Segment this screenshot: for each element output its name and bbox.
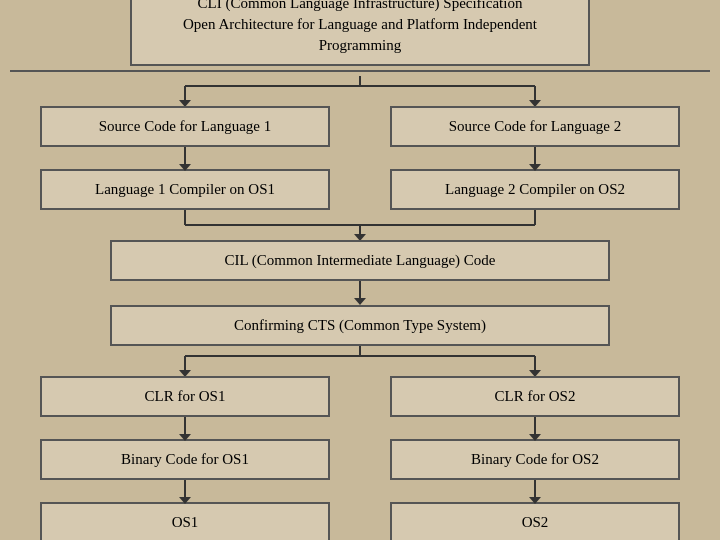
arrow-clr2-to-bin2 bbox=[534, 417, 536, 435]
os-1-box: OS1 bbox=[40, 502, 330, 540]
left-col-binary: Binary Code for OS1 bbox=[30, 439, 340, 480]
cil-section: CIL (Common Intermediate Language) Code bbox=[10, 240, 710, 281]
arrow-cil-to-cts bbox=[359, 281, 361, 299]
svg-marker-4 bbox=[179, 100, 191, 106]
arrow-sc1-to-comp1 bbox=[184, 147, 186, 165]
binary-row: Binary Code for OS1 Binary Code for OS2 bbox=[10, 439, 710, 480]
clr-1-box: CLR for OS1 bbox=[40, 376, 330, 417]
top-divider bbox=[10, 70, 710, 72]
arrow-row-1 bbox=[10, 147, 710, 169]
right-col-os: OS2 bbox=[380, 502, 690, 540]
left-col-clr: CLR for OS1 bbox=[30, 376, 340, 417]
svg-marker-15 bbox=[179, 370, 191, 376]
join-connector-cil bbox=[10, 210, 710, 240]
cts-box: Confirming CTS (Common Type System) bbox=[110, 305, 610, 346]
left-col-os: OS1 bbox=[30, 502, 340, 540]
right-col-source: Source Code for Language 2 bbox=[380, 106, 690, 147]
arrow-row-3 bbox=[10, 480, 710, 502]
header-box: CLI (Common Language Infrastructure) Spe… bbox=[130, 0, 590, 66]
right-col-compiler: Language 2 Compiler on OS2 bbox=[380, 169, 690, 210]
source-code-2-box: Source Code for Language 2 bbox=[390, 106, 680, 147]
header-line2: Open Architecture for Language and Platf… bbox=[146, 14, 574, 56]
svg-marker-5 bbox=[529, 100, 541, 106]
compiler-2-box: Language 2 Compiler on OS2 bbox=[390, 169, 680, 210]
clr-2-box: CLR for OS2 bbox=[390, 376, 680, 417]
arrow-sc2-to-comp2 bbox=[534, 147, 536, 165]
compiler-1-box: Language 1 Compiler on OS1 bbox=[40, 169, 330, 210]
right-col-binary: Binary Code for OS2 bbox=[380, 439, 690, 480]
header-line1: CLI (Common Language Infrastructure) Spe… bbox=[146, 0, 574, 14]
cts-section: Confirming CTS (Common Type System) bbox=[10, 305, 710, 346]
svg-marker-16 bbox=[529, 370, 541, 376]
arrow-bin1-to-os1 bbox=[184, 480, 186, 498]
compiler-row: Language 1 Compiler on OS1 Language 2 Co… bbox=[10, 169, 710, 210]
left-col-compiler: Language 1 Compiler on OS1 bbox=[30, 169, 340, 210]
source-code-1-box: Source Code for Language 1 bbox=[40, 106, 330, 147]
cil-box: CIL (Common Intermediate Language) Code bbox=[110, 240, 610, 281]
right-col-clr: CLR for OS2 bbox=[380, 376, 690, 417]
binary-1-box: Binary Code for OS1 bbox=[40, 439, 330, 480]
left-col-source: Source Code for Language 1 bbox=[30, 106, 340, 147]
source-code-row: Source Code for Language 1 Source Code f… bbox=[10, 106, 710, 147]
binary-2-box: Binary Code for OS2 bbox=[390, 439, 680, 480]
svg-marker-10 bbox=[354, 234, 366, 240]
clr-row: CLR for OS1 CLR for OS2 bbox=[10, 376, 710, 417]
os-row: OS1 OS2 bbox=[10, 502, 710, 540]
arrow-clr1-to-bin1 bbox=[184, 417, 186, 435]
arrow-row-2 bbox=[10, 417, 710, 439]
arrow-bin2-to-os2 bbox=[534, 480, 536, 498]
diagram: CLI (Common Language Infrastructure) Spe… bbox=[10, 0, 710, 540]
split-connector-clr bbox=[10, 346, 710, 376]
split-connector-top bbox=[10, 76, 710, 106]
os-2-box: OS2 bbox=[390, 502, 680, 540]
